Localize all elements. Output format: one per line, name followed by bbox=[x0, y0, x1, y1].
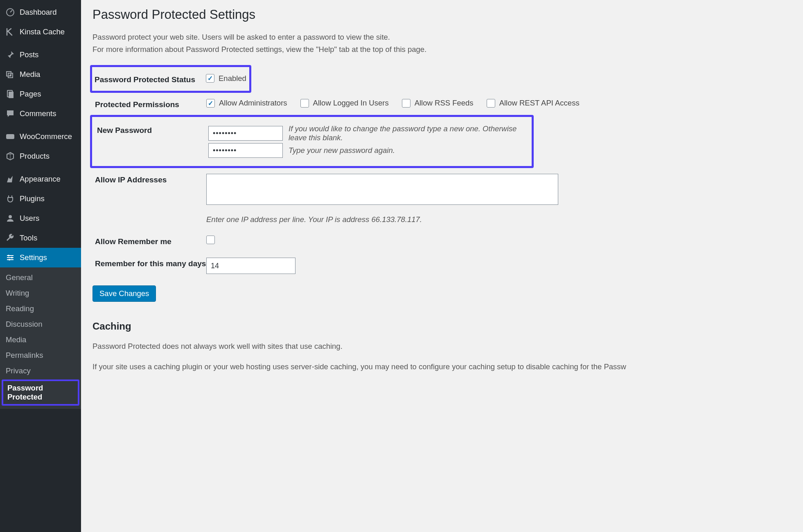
svg-point-8 bbox=[9, 259, 10, 260]
submenu-media[interactable]: Media bbox=[0, 332, 81, 348]
submenu-permalinks[interactable]: Permalinks bbox=[0, 348, 81, 363]
sidebar-item-comments[interactable]: Comments bbox=[0, 104, 81, 123]
sidebar-item-label: Pages bbox=[20, 90, 41, 99]
caching-text: Password Protected does not always work … bbox=[92, 340, 792, 373]
checkbox-icon bbox=[206, 74, 214, 83]
new-password-input[interactable] bbox=[208, 126, 283, 141]
svg-point-1 bbox=[9, 74, 11, 76]
checkbox-allow-rest[interactable]: Allow REST API Access bbox=[487, 99, 580, 108]
checkbox-allow-rss[interactable]: Allow RSS Feeds bbox=[402, 99, 474, 108]
caching-line-1: Password Protected does not always work … bbox=[92, 340, 792, 352]
row-status: Password Protected Status Enabled bbox=[90, 65, 251, 93]
save-changes-button[interactable]: Save Changes bbox=[92, 285, 156, 302]
row-new-password: New Password If you would like to change… bbox=[90, 115, 534, 168]
sidebar-item-woocommerce[interactable]: WooCommerce bbox=[0, 127, 81, 146]
checkbox-icon bbox=[487, 99, 495, 108]
sidebar-item-label: Comments bbox=[20, 109, 56, 118]
sidebar-item-appearance[interactable]: Appearance bbox=[0, 169, 81, 189]
checkbox-label: Enabled bbox=[219, 74, 246, 83]
svg-rect-4 bbox=[6, 134, 14, 139]
checkbox-label: Allow Administrators bbox=[219, 99, 287, 108]
checkbox-label: Allow Logged In Users bbox=[313, 99, 389, 108]
sidebar-item-label: Users bbox=[20, 214, 39, 223]
sidebar-item-users[interactable]: Users bbox=[0, 209, 81, 228]
new-password-hint-2: Type your new password again. bbox=[289, 146, 395, 155]
ip-hint: Enter one IP address per line. Your IP i… bbox=[206, 215, 792, 224]
row-allow-remember: Allow Remember me bbox=[92, 230, 792, 252]
main-content: Password Protected Settings Password pro… bbox=[81, 0, 803, 532]
sidebar-item-tools[interactable]: Tools bbox=[0, 228, 81, 248]
comment-icon bbox=[5, 108, 16, 119]
users-icon bbox=[5, 213, 16, 224]
label-allow-remember: Allow Remember me bbox=[92, 236, 206, 246]
sidebar-item-label: Kinsta Cache bbox=[20, 27, 65, 36]
sidebar-item-media[interactable]: Media bbox=[0, 65, 81, 84]
label-remember-days: Remember for this many days bbox=[92, 258, 206, 268]
sidebar-item-label: Products bbox=[20, 152, 50, 161]
sidebar-item-plugins[interactable]: Plugins bbox=[0, 189, 81, 209]
sidebar-item-products[interactable]: Products bbox=[0, 146, 81, 166]
allowed-ip-textarea[interactable] bbox=[206, 174, 558, 205]
svg-rect-3 bbox=[9, 92, 14, 98]
caching-heading: Caching bbox=[92, 321, 792, 332]
row-remember-days: Remember for this many days bbox=[92, 252, 792, 280]
checkbox-label: Allow REST API Access bbox=[499, 99, 580, 108]
label-status: Password Protected Status bbox=[92, 74, 206, 84]
label-allow-ip: Allow IP Addresses bbox=[92, 174, 206, 184]
pages-icon bbox=[5, 89, 16, 99]
checkbox-allow-remember[interactable] bbox=[206, 236, 215, 244]
sidebar-item-kinsta-cache[interactable]: Kinsta Cache bbox=[0, 22, 81, 42]
plugins-icon bbox=[5, 193, 16, 204]
svg-point-7 bbox=[11, 257, 13, 258]
label-permissions: Protected Permissions bbox=[92, 99, 206, 109]
caching-line-2: If your site uses a caching plugin or yo… bbox=[92, 361, 792, 373]
intro-text: Password protect your web site. Users wi… bbox=[92, 31, 792, 55]
intro-line-2: For more information about Password Prot… bbox=[92, 43, 792, 56]
sidebar-item-label: Settings bbox=[20, 253, 47, 262]
sidebar-item-pages[interactable]: Pages bbox=[0, 84, 81, 104]
appearance-icon bbox=[5, 174, 16, 184]
submenu-privacy[interactable]: Privacy bbox=[0, 363, 81, 379]
sidebar-item-settings[interactable]: Settings bbox=[0, 248, 81, 267]
remember-days-input[interactable] bbox=[206, 258, 295, 274]
settings-submenu: General Writing Reading Discussion Media… bbox=[0, 267, 81, 409]
checkbox-icon bbox=[402, 99, 411, 108]
new-password-hint-1: If you would like to change the password… bbox=[289, 124, 529, 142]
checkbox-icon bbox=[206, 236, 215, 244]
sidebar-item-label: WooCommerce bbox=[20, 132, 72, 141]
checkbox-label: Allow RSS Feeds bbox=[415, 99, 474, 108]
checkbox-enabled[interactable]: Enabled bbox=[206, 74, 246, 83]
row-allow-ip: Allow IP Addresses Enter one IP address … bbox=[92, 168, 792, 230]
sidebar-item-label: Media bbox=[20, 70, 40, 79]
page-title: Password Protected Settings bbox=[92, 7, 792, 22]
media-icon bbox=[5, 69, 16, 80]
sidebar-item-label: Posts bbox=[20, 50, 38, 59]
checkbox-allow-logged-in[interactable]: Allow Logged In Users bbox=[300, 99, 389, 108]
settings-icon bbox=[5, 252, 16, 263]
submenu-discussion[interactable]: Discussion bbox=[0, 317, 81, 332]
woo-icon bbox=[5, 131, 16, 142]
submenu-reading[interactable]: Reading bbox=[0, 301, 81, 317]
admin-sidebar: Dashboard Kinsta Cache Posts Media Pages… bbox=[0, 0, 81, 532]
label-new-password: New Password bbox=[95, 124, 208, 135]
sidebar-item-dashboard[interactable]: Dashboard bbox=[0, 2, 81, 22]
submenu-writing[interactable]: Writing bbox=[0, 285, 81, 301]
sidebar-item-label: Plugins bbox=[20, 194, 45, 203]
svg-point-6 bbox=[8, 255, 9, 256]
products-icon bbox=[5, 151, 16, 162]
sidebar-item-label: Dashboard bbox=[20, 8, 57, 17]
intro-line-1: Password protect your web site. Users wi… bbox=[92, 31, 792, 43]
checkbox-allow-admin[interactable]: Allow Administrators bbox=[206, 99, 287, 108]
submenu-password-protected[interactable]: Password Protected bbox=[2, 379, 79, 406]
sidebar-item-label: Appearance bbox=[20, 175, 61, 184]
confirm-password-input[interactable] bbox=[208, 143, 283, 158]
submenu-general[interactable]: General bbox=[0, 270, 81, 285]
dashboard-icon bbox=[5, 7, 16, 18]
pin-icon bbox=[5, 49, 16, 60]
kinsta-icon bbox=[5, 27, 16, 37]
checkbox-icon bbox=[300, 99, 309, 108]
tools-icon bbox=[5, 233, 16, 243]
sidebar-item-posts[interactable]: Posts bbox=[0, 45, 81, 65]
sidebar-item-label: Tools bbox=[20, 233, 37, 242]
checkbox-icon bbox=[206, 99, 215, 108]
